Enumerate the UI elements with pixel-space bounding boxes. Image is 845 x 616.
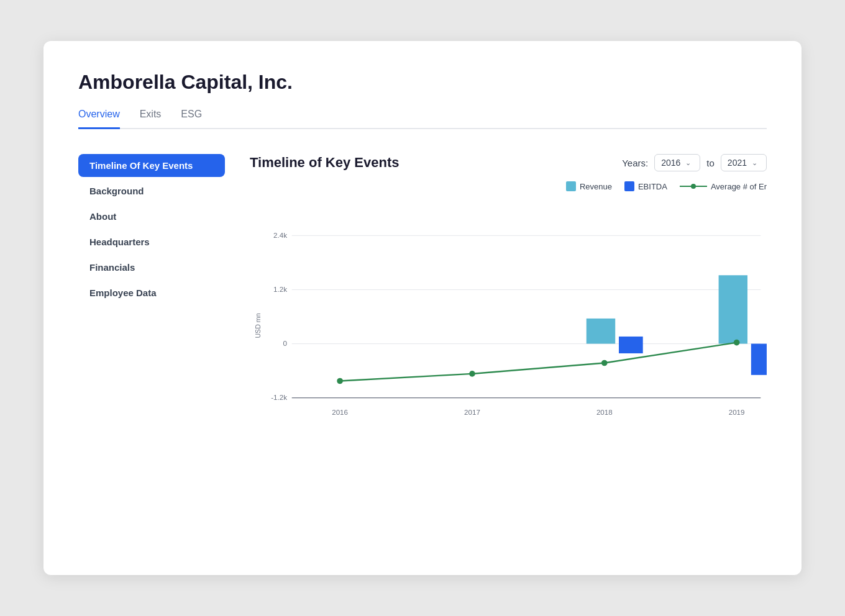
legend-revenue: Revenue [566,181,612,191]
sidebar-item-about[interactable]: About [78,205,225,228]
line-dot-2017 [469,371,475,377]
year-from-value: 2016 [661,158,680,168]
content-area: Timeline Of Key Events Background About … [78,154,767,435]
years-control: Years: 2016 ⌄ to 2021 ⌄ [622,154,767,171]
company-title: Amborella Capital, Inc. [78,71,767,94]
avg-employees-line-icon [680,184,707,189]
ebitda-bar-2018 [619,337,643,353]
line-dot-2016 [337,378,343,384]
revenue-bar-2019 [719,275,747,343]
legend-ebitda: EBITDA [624,181,667,191]
svg-text:2019: 2019 [729,408,745,416]
chart-legend: Revenue EBITDA Average # of Er [250,181,767,191]
sidebar-item-employee-data[interactable]: Employee Data [78,281,225,304]
chevron-down-icon: ⌄ [685,159,691,167]
line-segment-left [680,186,692,187]
sidebar-item-financials[interactable]: Financials [78,256,225,279]
svg-text:2.4k: 2.4k [273,231,287,239]
tab-esg[interactable]: ESG [181,109,202,129]
chart-svg: USD mn 2.4k 1.2k 0 -1.2k [250,199,767,435]
to-label: to [706,158,715,168]
revenue-color-box [566,181,576,191]
line-dot-2018 [601,360,608,366]
tab-overview[interactable]: Overview [78,109,120,129]
svg-text:2018: 2018 [596,408,613,416]
chevron-down-icon: ⌄ [752,159,757,167]
year-to-dropdown[interactable]: 2021 ⌄ [721,154,767,171]
ebitda-bar-2019 [751,344,767,375]
line-segment-right [695,186,707,187]
line-dot-2019 [734,340,740,346]
sidebar-item-headquarters[interactable]: Headquarters [78,230,225,253]
chart-title: Timeline of Key Events [250,155,399,171]
svg-text:-1.2k: -1.2k [271,393,287,401]
legend-avg-employees: Average # of Er [680,182,767,191]
tabs-bar: Overview Exits ESG [78,109,767,129]
years-label: Years: [622,158,648,168]
svg-text:2016: 2016 [332,408,348,416]
avg-employees-line [340,343,737,381]
chart-header: Timeline of Key Events Years: 2016 ⌄ to … [250,154,767,171]
main-panel: Timeline of Key Events Years: 2016 ⌄ to … [240,154,767,435]
svg-text:0: 0 [283,339,287,347]
legend-revenue-label: Revenue [580,182,612,191]
svg-text:1.2k: 1.2k [273,285,287,293]
year-from-dropdown[interactable]: 2016 ⌄ [654,154,700,171]
tab-exits[interactable]: Exits [140,109,162,129]
year-to-value: 2021 [728,158,747,168]
chart-area: USD mn 2.4k 1.2k 0 -1.2k [250,199,767,435]
legend-avg-employees-label: Average # of Er [711,182,767,191]
svg-text:2017: 2017 [464,408,480,416]
y-axis-label: USD mn [254,313,262,338]
revenue-bar-2018 [587,319,615,344]
sidebar-item-timeline[interactable]: Timeline Of Key Events [78,154,225,177]
main-card: Amborella Capital, Inc. Overview Exits E… [43,41,802,575]
legend-ebitda-label: EBITDA [638,182,667,191]
sidebar-item-background[interactable]: Background [78,179,225,202]
ebitda-color-box [624,181,634,191]
sidebar: Timeline Of Key Events Background About … [78,154,240,435]
